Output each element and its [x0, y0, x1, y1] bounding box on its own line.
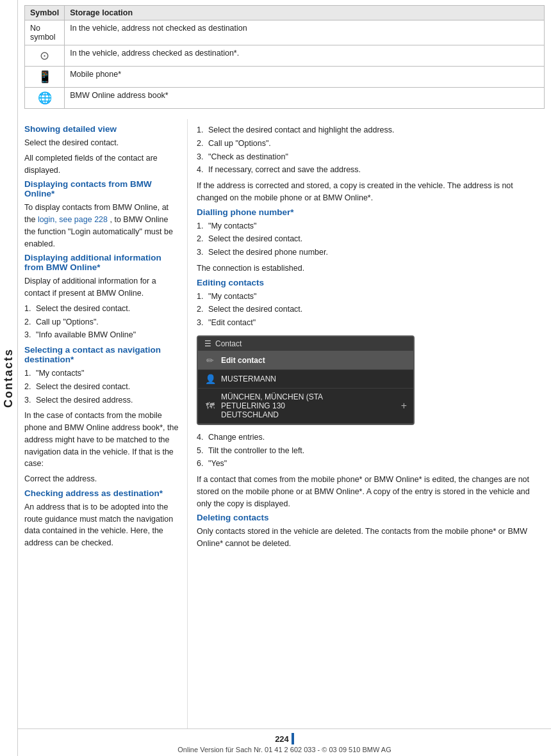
list-item: 4.Change entries. — [197, 431, 542, 444]
contact-screen: ☰ Contact ✏ Edit contact 👤 MUSTERMANN — [197, 335, 415, 425]
list-item: 1."My contacts" — [197, 220, 542, 232]
person-icon: 👤 — [204, 374, 216, 384]
list-item: 5.Tilt the controller to the left. — [197, 445, 542, 457]
contact-screen-header: ☰ Contact — [198, 337, 413, 351]
list-item: 6."Yes" — [197, 458, 542, 470]
displaying-additional-list: 1.Select the desired contact. 2.Call up … — [24, 303, 181, 341]
symbol-cell: 📱 — [25, 67, 65, 88]
list-item: 2.Select the desired contact. — [197, 233, 542, 245]
symbol-table-section: Symbol Storage location No symbol In the… — [18, 0, 551, 119]
editing-continued-para: If a contact that comes from the mobile … — [197, 474, 542, 510]
selecting-contact-heading: Selecting a contact as navigation destin… — [24, 345, 181, 364]
page-footer: 224 Online Version für Sach Nr. 01 41 2 … — [18, 728, 551, 756]
list-item: 3.Select the desired address. — [24, 394, 181, 406]
map-icon: 🗺 — [204, 401, 216, 411]
col-header-symbol: Symbol — [25, 6, 65, 20]
description-cell: Mobile phone* — [65, 67, 545, 88]
deleting-contacts-section: Deleting contacts Only contacts stored i… — [197, 513, 542, 550]
page-number-bar — [292, 733, 294, 744]
displaying-additional-heading: Displaying additional information from B… — [24, 253, 181, 272]
displaying-additional-section: Displaying additional information from B… — [24, 253, 181, 341]
checking-address-para: An address that is to be adopted into th… — [24, 501, 181, 549]
symbol-cell: No symbol — [25, 20, 65, 45]
selecting-contact-para2: Correct the address. — [24, 473, 181, 485]
selecting-contact-section: Selecting a contact as navigation destin… — [24, 345, 181, 485]
sidebar-contacts: Contacts — [0, 0, 18, 756]
list-item: 2.Call up "Options". — [197, 138, 542, 150]
list-item: 2.Select the desired contact. — [197, 303, 542, 316]
dialling-section: Dialling phone number* 1."My contacts" 2… — [197, 207, 542, 275]
editing-list: 1."My contacts" 2.Select the desired con… — [197, 291, 542, 329]
contact-row-name: 👤 MUSTERMANN — [198, 370, 413, 389]
symbol-cell: ⊙ — [25, 45, 65, 67]
description-cell: In the vehicle, address not checked as d… — [65, 20, 545, 45]
contact-row-edit: ✏ Edit contact — [198, 351, 413, 370]
plus-button[interactable]: + — [401, 400, 407, 412]
deleting-contacts-para: Only contacts stored in the vehicle are … — [197, 526, 542, 550]
editing-contacts-section: Editing contacts 1."My contacts" 2.Selec… — [197, 278, 542, 329]
contact-screen-body: ✏ Edit contact 👤 MUSTERMANN 🗺 MÜNCHEN, M… — [198, 351, 413, 424]
nav-destination-icon: ⊙ — [40, 49, 49, 62]
description-cell: In the vehicle, address checked as desti… — [65, 45, 545, 67]
list-item: 3."Info available BMW Online" — [24, 329, 181, 341]
list-item: 1."My contacts" — [24, 367, 181, 380]
list-item: 1.Select the desired contact and highlig… — [197, 124, 542, 136]
showing-detailed-para1: Select the desired contact. — [24, 137, 181, 149]
left-column: Showing detailed view Select the desired… — [18, 119, 188, 728]
checking-address-heading: Checking address as destination* — [24, 488, 181, 498]
checking-list-para: If the address is corrected and stored, … — [197, 180, 542, 204]
list-item: 3.Select the desired phone number. — [197, 246, 542, 259]
list-item: 1."My contacts" — [197, 291, 542, 303]
list-item: 1.Select the desired contact. — [24, 303, 181, 315]
selecting-contact-list: 1."My contacts" 2.Select the desired con… — [24, 367, 181, 406]
displaying-additional-para: Display of additional information for a … — [24, 275, 181, 300]
list-item: 3."Check as destination" — [197, 151, 542, 163]
table-row: ⊙ In the vehicle, address checked as des… — [25, 45, 545, 67]
edit-icon: ✏ — [204, 355, 216, 366]
list-item: 3."Edit contact" — [197, 317, 542, 329]
showing-detailed-view-section: Showing detailed view Select the desired… — [24, 124, 181, 176]
login-page-link[interactable]: login, see page 228 — [38, 215, 108, 224]
list-item: 2.Call up "Options". — [24, 316, 181, 328]
page-number-row: 224 — [275, 733, 294, 744]
dialling-heading: Dialling phone number* — [197, 207, 542, 217]
footer-text: Online Version für Sach Nr. 01 41 2 602 … — [177, 746, 391, 753]
contact-screen-header-label: Contact — [215, 339, 242, 348]
editing-continued-section: 4.Change entries. 5.Tilt the controller … — [197, 431, 542, 510]
checking-address-section: Checking address as destination* An addr… — [24, 488, 181, 549]
checking-list-section: 1.Select the desired contact and highlig… — [197, 124, 542, 204]
contact-address-label: MÜNCHEN, MÜNCHEN (STAPETUELRING 130DEUTS… — [221, 392, 396, 419]
editing-contacts-heading: Editing contacts — [197, 278, 542, 287]
edit-contact-label: Edit contact — [221, 356, 407, 365]
symbol-table: Symbol Storage location No symbol In the… — [24, 5, 545, 109]
dialling-list: 1."My contacts" 2.Select the desired con… — [197, 220, 542, 259]
description-cell: BMW Online address book* — [65, 88, 545, 109]
dialling-para: The connection is established. — [197, 262, 542, 275]
page-number: 224 — [275, 734, 289, 744]
no-symbol-label: No symbol — [30, 24, 56, 42]
table-row: No symbol In the vehicle, address not ch… — [25, 20, 545, 45]
showing-detailed-para2: All completed fields of the contact are … — [24, 152, 181, 177]
list-item: 2.Select the desired contact. — [24, 381, 181, 393]
bmw-online-icon: 🌐 — [38, 92, 52, 104]
table-row: 🌐 BMW Online address book* — [25, 88, 545, 109]
deleting-contacts-heading: Deleting contacts — [197, 513, 542, 522]
selecting-contact-para1: In the case of contacts from the mobile … — [24, 410, 181, 470]
col-header-storage: Storage location — [65, 6, 545, 20]
checking-list: 1.Select the desired contact and highlig… — [197, 124, 542, 176]
symbol-cell: 🌐 — [25, 88, 65, 109]
showing-detailed-view-heading: Showing detailed view — [24, 124, 181, 134]
displaying-bmw-section: Displaying contacts from BMW Online* To … — [24, 179, 181, 250]
contact-name-label: MUSTERMANN — [221, 374, 407, 383]
mobile-phone-icon: 📱 — [38, 70, 52, 83]
contact-row-address: 🗺 MÜNCHEN, MÜNCHEN (STAPETUELRING 130DEU… — [198, 389, 413, 424]
displaying-bmw-heading: Displaying contacts from BMW Online* — [24, 179, 181, 198]
editing-continued-list: 4.Change entries. 5.Tilt the controller … — [197, 431, 542, 470]
list-item: 4.If necessary, correct and save the add… — [197, 164, 542, 176]
right-column: 1.Select the desired contact and highlig… — [188, 119, 551, 728]
contact-screen-header-icon: ☰ — [204, 339, 211, 348]
sidebar-label-text: Contacts — [2, 348, 15, 408]
table-row: 📱 Mobile phone* — [25, 67, 545, 88]
displaying-bmw-para: To display contacts from BMW Online, at … — [24, 202, 181, 250]
